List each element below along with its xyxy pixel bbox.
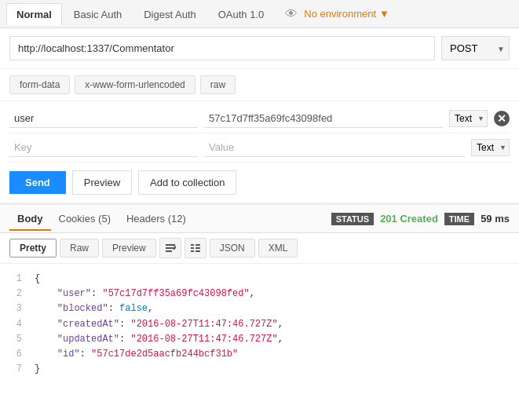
- preview-response-button[interactable]: Preview: [102, 239, 156, 257]
- tab-cookies[interactable]: Cookies (5): [51, 208, 119, 229]
- json-button[interactable]: JSON: [210, 239, 255, 257]
- tab-oauth[interactable]: OAuth 1.0: [208, 3, 275, 25]
- add-collection-button[interactable]: Add to collection: [138, 170, 236, 195]
- code-line-6: 6 "id": "57c17de2d5aacfb244bcf31b": [9, 347, 510, 362]
- svg-rect-7: [196, 247, 200, 249]
- param-type-2[interactable]: Text File: [471, 139, 510, 156]
- code-line-4: 4 "createdAt": "2016-08-27T11:47:46.727Z…: [9, 317, 510, 332]
- response-toolbar: Pretty Raw Preview JSON XML: [0, 233, 519, 264]
- svg-rect-5: [191, 250, 194, 252]
- param-value-1[interactable]: [204, 109, 443, 128]
- tab-basic-auth[interactable]: Basic Auth: [64, 3, 132, 25]
- svg-rect-8: [196, 250, 200, 252]
- time-value: 59 ms: [481, 213, 510, 225]
- code-line-5: 5 "updatedAt": "2016-08-27T11:47:46.727Z…: [9, 332, 510, 347]
- status-value: 201 Created: [380, 213, 438, 225]
- format-icon[interactable]: [185, 238, 207, 258]
- param-key-1[interactable]: [9, 109, 198, 128]
- params-section: Text File ✕ Text File: [0, 101, 519, 163]
- delete-param-1[interactable]: ✕: [494, 111, 510, 126]
- param-type-wrapper-1: Text File: [449, 110, 488, 127]
- param-type-1[interactable]: Text File: [449, 110, 488, 127]
- body-type-form-data[interactable]: form-data: [9, 75, 70, 94]
- url-bar: POST GET PUT DELETE: [0, 28, 519, 69]
- body-type-tabs: form-data x-www-form-urlencoded raw: [0, 69, 519, 101]
- param-key-2[interactable]: [9, 138, 198, 157]
- param-type-wrapper-2: Text File: [471, 139, 510, 156]
- pretty-button[interactable]: Pretty: [9, 239, 57, 257]
- top-tab-bar: Normal Basic Auth Digest Auth OAuth 1.0 …: [0, 0, 519, 28]
- code-line-1: 1 {: [9, 272, 510, 287]
- chevron-down-icon: ▼: [379, 8, 389, 20]
- code-line-3: 3 "blocked": false,: [9, 301, 510, 316]
- method-wrapper: POST GET PUT DELETE: [441, 36, 510, 60]
- param-row-1: Text File ✕: [9, 104, 510, 133]
- raw-button[interactable]: Raw: [60, 239, 99, 257]
- svg-rect-4: [191, 247, 194, 249]
- param-row-2: Text File: [9, 133, 510, 163]
- environment-selector[interactable]: No environment ▼: [304, 8, 389, 20]
- method-select[interactable]: POST GET PUT DELETE: [441, 36, 510, 60]
- tab-headers[interactable]: Headers (12): [119, 208, 194, 229]
- svg-rect-6: [196, 244, 200, 246]
- send-button[interactable]: Send: [9, 171, 66, 194]
- svg-rect-2: [166, 250, 172, 252]
- eye-icon: 👁: [285, 7, 298, 21]
- code-viewer: 1 { 2 "user": "57c17d7ff35a69fc43098fed"…: [0, 264, 519, 385]
- code-line-7: 7 }: [9, 362, 510, 377]
- action-bar: Send Preview Add to collection: [0, 163, 519, 203]
- param-value-2[interactable]: [204, 138, 465, 157]
- svg-rect-1: [166, 247, 175, 249]
- response-section: Body Cookies (5) Headers (12) STATUS 201…: [0, 203, 519, 385]
- environment-label: No environment: [304, 8, 376, 20]
- svg-rect-3: [191, 244, 194, 246]
- tab-normal[interactable]: Normal: [6, 3, 62, 25]
- xml-button[interactable]: XML: [258, 239, 298, 257]
- status-area: STATUS 201 Created TIME 59 ms: [331, 213, 510, 225]
- time-label: TIME: [444, 213, 474, 225]
- tab-body[interactable]: Body: [9, 208, 51, 231]
- body-type-raw[interactable]: raw: [200, 75, 236, 94]
- body-type-urlencoded[interactable]: x-www-form-urlencoded: [75, 75, 195, 94]
- response-tab-bar: Body Cookies (5) Headers (12) STATUS 201…: [0, 205, 519, 233]
- preview-button[interactable]: Preview: [72, 170, 132, 195]
- tab-digest-auth[interactable]: Digest Auth: [133, 3, 207, 25]
- code-line-2: 2 "user": "57c17d7ff35a69fc43098fed",: [9, 287, 510, 301]
- status-label: STATUS: [331, 213, 374, 225]
- wrap-icon[interactable]: [159, 238, 181, 258]
- url-input[interactable]: [9, 36, 435, 60]
